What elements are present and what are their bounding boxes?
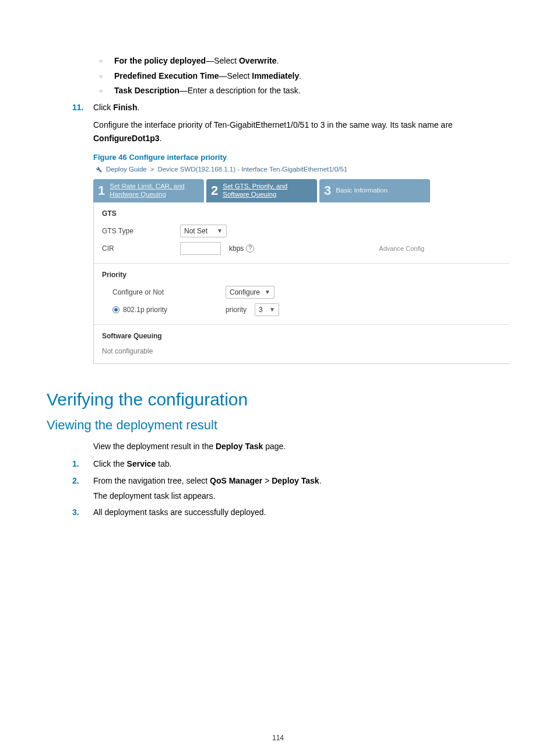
software-queuing-section: Software Queuing Not configurable [102,332,501,355]
tab-label: Set GTS, Priority, and Software Queuing [223,183,287,199]
tab-label: Basic Information [336,187,388,195]
heading-viewing-result: Viewing the deployment result [47,418,509,433]
cir-label: CIR [102,244,172,253]
step-item: 3. All deployment tasks are successfully… [72,506,509,519]
chevron-down-icon: ▼ [269,306,275,313]
numbered-list: 11. Click Finish. [72,101,509,114]
gts-type-select[interactable]: Not Set ▼ [180,225,227,237]
chevron-down-icon: ▼ [217,228,223,234]
step-tabs: 1 Set Rate Limit, CAR, and Hardware Queu… [93,179,509,202]
gts-section: GTS GTS Type Not Set ▼ CIR kbps ? [102,209,501,255]
content-block: For the policy deployed—Select Overwrite… [93,55,509,364]
content-block-2: View the deployment result in the Deploy… [93,440,509,519]
priority-section: Priority Configure or Not Configure ▼ 80 [102,271,501,316]
swq-note: Not configurable [102,347,501,355]
divider [94,263,509,264]
wrench-icon [94,165,103,173]
bullet-item: Task Description—Enter a description for… [93,85,509,97]
heading-verifying: Verifying the configuration [47,390,509,410]
step-item: 2. From the navigation tree, select QoS … [72,474,509,503]
gts-type-label: GTS Type [102,227,172,235]
tab-basic-info[interactable]: 3 Basic Information [319,179,430,202]
dot1p-label: 802.1p priority [123,306,167,314]
dot1p-priority-radio[interactable]: 802.1p priority [112,306,167,314]
step-number: 1. [72,457,79,470]
bullet-item: For the policy deployed—Select Overwrite… [93,55,509,68]
step-11: 11. Click Finish. [72,101,509,114]
config-note: Configure the interface priority of Ten-… [93,118,509,145]
cir-unit: kbps ? [229,244,254,253]
breadcrumb-link[interactable]: Deploy Guide [106,166,147,173]
radio-dot-icon [112,306,119,313]
tab-number: 2 [211,184,218,197]
cir-row: CIR kbps ? Advance Config [102,242,501,255]
gts-type-row: GTS Type Not Set ▼ [102,225,501,237]
form-panel: GTS GTS Type Not Set ▼ CIR kbps ? [93,202,509,364]
step-item: 1. Click the Service tab. [72,457,509,470]
advance-config-link: Advance Config [379,245,424,252]
steps-list: 1. Click the Service tab. 2. From the na… [72,457,509,519]
chevron-down-icon: ▼ [265,289,270,295]
configure-select[interactable]: Configure ▼ [226,286,275,299]
priority-title: Priority [102,271,501,279]
bullet-bold: For the policy deployed [114,56,206,65]
bullet-bold: Task Description [114,86,180,95]
step-extra: The deployment task list appears. [93,489,509,502]
priority-prefix: priority [226,306,247,314]
cir-input[interactable] [180,242,221,255]
tab-number: 3 [324,184,331,197]
tab-rate-limit[interactable]: 1 Set Rate Limit, CAR, and Hardware Queu… [93,179,204,202]
page: For the policy deployed—Select Overwrite… [0,0,556,756]
tab-gts-priority[interactable]: 2 Set GTS, Priority, and Software Queuin… [206,179,317,202]
step-number: 11. [72,101,83,114]
priority-select[interactable]: 3 ▼ [255,303,279,316]
bullet-item: Predefined Execution Time—Select Immedia… [93,70,509,83]
gts-title: GTS [102,209,501,218]
tab-number: 1 [98,184,105,197]
swq-title: Software Queuing [102,332,501,340]
step-number: 2. [72,474,79,487]
configure-label: Configure or Not [112,288,217,296]
breadcrumb-tail: Device SWD(192.168.1.1) - Interface Ten-… [157,166,347,173]
divider [94,324,509,325]
bullet-list: For the policy deployed—Select Overwrite… [93,55,509,97]
page-number: 114 [0,734,556,742]
dot1p-row: 802.1p priority priority 3 ▼ [102,303,501,316]
bullet-bold: Predefined Execution Time [114,71,219,80]
help-icon[interactable]: ? [246,244,254,253]
step-number: 3. [72,506,79,519]
configure-row: Configure or Not Configure ▼ [102,286,501,299]
view-paragraph: View the deployment result in the Deploy… [93,440,509,453]
embedded-screenshot: Deploy Guide > Device SWD(192.168.1.1) -… [93,163,509,364]
figure-caption: Figure 46 Configure interface priority [93,153,509,162]
tab-label: Set Rate Limit, CAR, and Hardware Queuin… [110,183,184,199]
breadcrumb: Deploy Guide > Device SWD(192.168.1.1) -… [93,163,509,178]
